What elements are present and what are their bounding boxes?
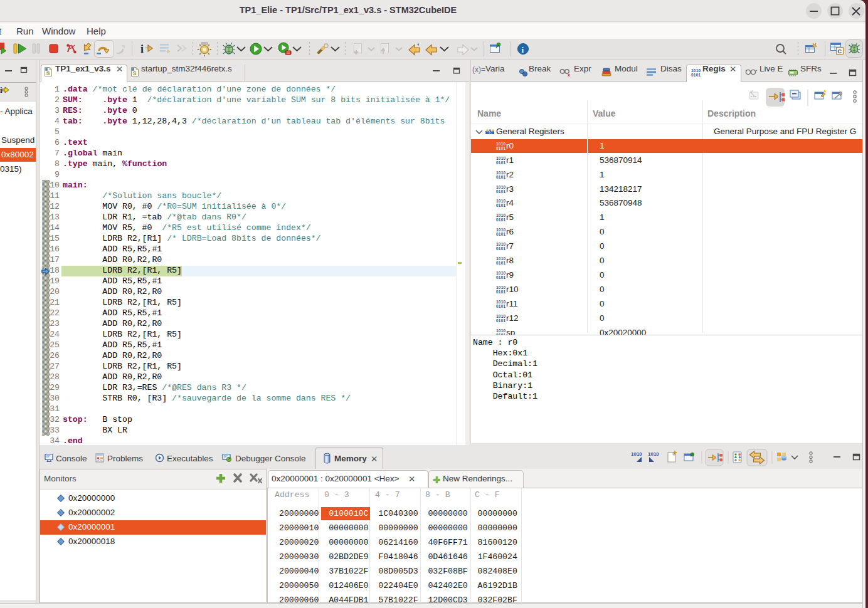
- svg-text:S: S: [46, 70, 50, 76]
- svg-text:i: i: [522, 45, 524, 55]
- svg-text:x: x: [568, 73, 570, 77]
- svg-text:C: C: [838, 48, 842, 55]
- svg-text:i: i: [140, 43, 144, 55]
- svg-text:1010: 1010: [631, 451, 642, 457]
- svg-text:1010: 1010: [648, 451, 659, 457]
- svg-text:S: S: [133, 70, 137, 76]
